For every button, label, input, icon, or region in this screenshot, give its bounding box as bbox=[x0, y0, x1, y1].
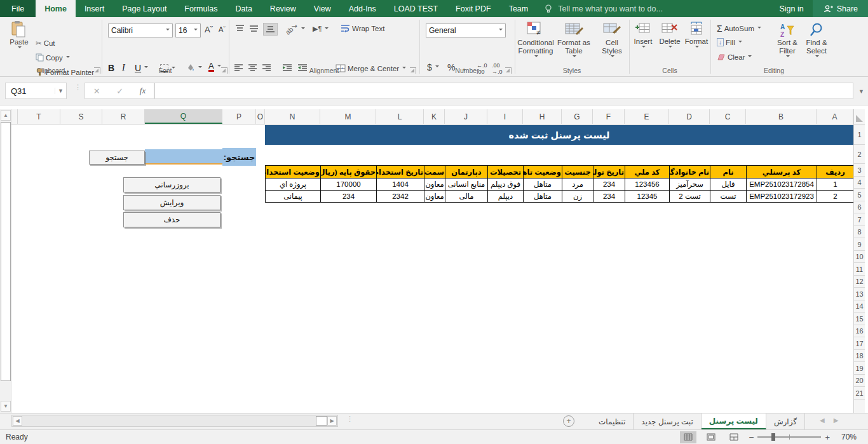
column-header-B[interactable]: B bbox=[746, 109, 817, 124]
page-break-view-button[interactable] bbox=[726, 431, 742, 443]
number-dialog-launcher[interactable] bbox=[505, 67, 512, 74]
column-header-F[interactable]: F bbox=[593, 109, 625, 124]
ribbon-tab-review[interactable]: Review bbox=[261, 0, 305, 17]
table-cell[interactable]: معاون bbox=[424, 191, 445, 203]
paste-button[interactable]: Paste bbox=[5, 20, 33, 50]
ribbon-tab-page-layout[interactable]: Page Layout bbox=[113, 0, 175, 17]
table-cell[interactable]: 234 bbox=[593, 191, 625, 203]
scroll-down-icon[interactable]: ▼ bbox=[1, 401, 11, 412]
column-header-Q[interactable]: Q bbox=[145, 109, 222, 124]
format-cells-button[interactable]: Format bbox=[684, 21, 709, 50]
zoom-in-icon[interactable]: + bbox=[825, 433, 830, 442]
column-header-O[interactable]: O bbox=[256, 109, 265, 124]
table-cell[interactable]: معاون bbox=[424, 178, 445, 191]
table-cell[interactable]: مالی bbox=[445, 191, 488, 203]
row-header-20[interactable]: 20 bbox=[854, 375, 865, 387]
wrap-text-button[interactable]: Wrap Text bbox=[341, 24, 384, 32]
column-header-N[interactable]: N bbox=[265, 109, 320, 124]
zoom-percentage[interactable]: 70% bbox=[836, 433, 857, 441]
formula-input[interactable] bbox=[154, 83, 853, 99]
table-cell[interactable]: 1 bbox=[817, 178, 854, 191]
column-header-J[interactable]: J bbox=[445, 109, 487, 124]
table-cell[interactable]: متاهل bbox=[524, 178, 562, 191]
ribbon-tab-load-test[interactable]: LOAD TEST bbox=[385, 0, 447, 17]
share-button[interactable]: Share bbox=[813, 0, 868, 17]
row-header-13[interactable]: 13 bbox=[854, 288, 865, 300]
number-format-combo[interactable]: General bbox=[426, 24, 506, 37]
zoom-slider-track[interactable] bbox=[757, 436, 821, 438]
scroll-right-icon[interactable]: ▶ bbox=[327, 416, 337, 426]
table-cell[interactable]: سحرآمیز bbox=[670, 178, 710, 191]
middle-align-button[interactable] bbox=[249, 25, 259, 32]
name-box[interactable]: Q31 ▼ bbox=[5, 83, 67, 99]
vertical-scrollbar[interactable]: ▲ ▼ bbox=[0, 109, 11, 413]
expand-formula-bar-icon[interactable]: ▼ bbox=[858, 88, 864, 95]
scroll-left-icon[interactable]: ◀ bbox=[13, 416, 22, 426]
autosum-button[interactable]: ΣAutoSum bbox=[717, 24, 761, 34]
scroll-up-icon[interactable]: ▲ bbox=[1, 110, 11, 121]
table-cell[interactable]: 123456 bbox=[625, 178, 670, 191]
table-cell[interactable]: EMP251023172854 bbox=[747, 178, 817, 191]
column-header-M[interactable]: M bbox=[320, 109, 376, 124]
row-header-6[interactable]: 6 bbox=[854, 201, 865, 213]
find-select-button[interactable]: Find & Select bbox=[802, 22, 831, 59]
sign-in-button[interactable]: Sign in bbox=[770, 0, 812, 17]
row-header-2[interactable]: 2 bbox=[854, 145, 865, 164]
ribbon-tab-formulas[interactable]: Formulas bbox=[175, 0, 226, 17]
fill-button[interactable]: ↓Fill bbox=[717, 38, 742, 46]
horizontal-scroll-thumb[interactable] bbox=[316, 416, 327, 426]
row-header-7[interactable]: 7 bbox=[854, 213, 865, 226]
table-cell[interactable]: متاهل bbox=[524, 191, 562, 203]
clear-button[interactable]: Clear bbox=[717, 53, 752, 61]
table-cell[interactable]: زن bbox=[562, 191, 593, 203]
column-header-K[interactable]: K bbox=[424, 109, 445, 124]
formula-bar-splitter[interactable]: ⋮ bbox=[74, 85, 81, 89]
normal-view-button[interactable] bbox=[680, 431, 696, 443]
column-header-L[interactable]: L bbox=[376, 109, 424, 124]
conditional-formatting-button[interactable]: ≠Conditional Formatting bbox=[517, 21, 554, 59]
clipboard-dialog-launcher[interactable] bbox=[94, 67, 100, 74]
column-header-partial[interactable] bbox=[11, 109, 18, 124]
row-header-4[interactable]: 4 bbox=[854, 177, 865, 189]
update-button[interactable]: بروزرساني bbox=[123, 177, 220, 192]
column-header-P[interactable]: P bbox=[222, 109, 256, 124]
column-header-I[interactable]: I bbox=[487, 109, 523, 124]
select-all-corner[interactable] bbox=[853, 109, 865, 124]
sheet-tab[interactable]: تنظیمات bbox=[591, 414, 634, 429]
table-cell[interactable]: 12345 bbox=[625, 191, 670, 203]
enter-formula-icon[interactable]: ✓ bbox=[116, 86, 123, 96]
row-header-12[interactable]: 12 bbox=[854, 276, 865, 288]
cut-button[interactable]: ✂Cut bbox=[36, 39, 55, 48]
table-cell[interactable]: منابع انسانی bbox=[445, 178, 488, 191]
tell-me-box[interactable]: Tell me what you want to do... bbox=[537, 0, 669, 17]
row-header-11[interactable]: 11 bbox=[854, 263, 865, 276]
row-header-3[interactable]: 3 bbox=[854, 164, 865, 177]
font-name-combo[interactable]: Calibri bbox=[108, 24, 173, 37]
new-sheet-button[interactable]: + bbox=[563, 415, 574, 427]
row-header-21[interactable]: 21 bbox=[854, 387, 865, 400]
row-header-5[interactable]: 5 bbox=[854, 189, 865, 201]
column-header-S[interactable]: S bbox=[60, 109, 102, 124]
worksheet-grid[interactable]: ليست پرسنل ثبت شده جستجو: جستجو رديفكد پ… bbox=[11, 124, 853, 413]
row-header-18[interactable]: 18 bbox=[854, 350, 865, 362]
table-cell[interactable]: 2 bbox=[817, 191, 854, 203]
table-cell[interactable]: تست 2 bbox=[670, 191, 710, 203]
sheet-tab[interactable]: گزارش bbox=[766, 414, 805, 429]
row-header-8[interactable]: 8 bbox=[854, 226, 865, 238]
delete-cells-button[interactable]: Delete bbox=[657, 21, 682, 50]
column-header-E[interactable]: E bbox=[625, 109, 669, 124]
row-header-9[interactable]: 9 bbox=[854, 238, 865, 251]
row-header-10[interactable]: 10 bbox=[854, 251, 865, 263]
column-header-D[interactable]: D bbox=[669, 109, 710, 124]
cancel-formula-icon[interactable]: ✕ bbox=[93, 86, 100, 96]
vertical-scroll-thumb[interactable] bbox=[1, 122, 11, 381]
ribbon-tab-home[interactable]: Home bbox=[36, 0, 76, 17]
row-header-17[interactable]: 17 bbox=[854, 337, 865, 350]
cell-styles-button[interactable]: Cell Styles bbox=[593, 21, 630, 59]
edit-button[interactable]: ويرايش bbox=[123, 195, 220, 210]
tabbar-splitter[interactable]: ⋮ bbox=[346, 417, 353, 420]
row-header-15[interactable]: 15 bbox=[854, 313, 865, 325]
row-header-1[interactable]: 1 bbox=[854, 124, 865, 145]
table-cell[interactable]: دیپلم bbox=[488, 191, 524, 203]
orientation-button[interactable]: ab↘ bbox=[285, 25, 305, 33]
